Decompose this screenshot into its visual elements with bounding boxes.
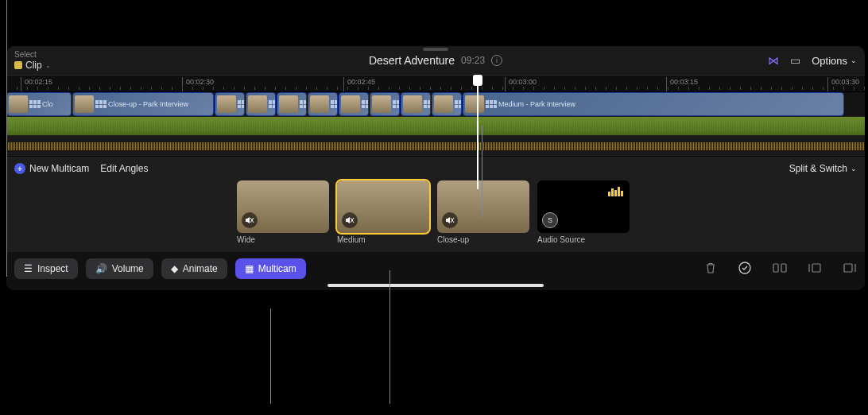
timeline-clip[interactable]: W [339, 92, 369, 116]
timeline-scrollbar[interactable] [327, 284, 544, 287]
angle-label: Wide [237, 235, 329, 244]
clip-label: Clip [25, 60, 42, 71]
plus-icon: + [14, 163, 25, 174]
clip-thumbnail [248, 95, 267, 113]
annotation-line [389, 270, 390, 404]
options-menu[interactable]: Options ⌄ [812, 55, 857, 67]
angle-label: Medium [337, 235, 429, 244]
audio-track-1[interactable] [6, 116, 865, 135]
clip-label: Medium - Park Interview [498, 100, 575, 108]
playhead-knob[interactable] [473, 75, 482, 86]
multicam-label: Multicam [258, 263, 296, 274]
ruler-tick: 00:03:30 [827, 77, 859, 92]
split-switch-menu[interactable]: Split & Switch ⌄ [789, 163, 857, 174]
video-track[interactable]: CloClose-up - Park InterviewWWWWWClWWMed… [6, 92, 865, 116]
info-icon[interactable]: i [491, 55, 502, 66]
multicam-badge-icon [95, 100, 107, 108]
angle-label: Close-up [437, 235, 529, 244]
clip-thumbnail [341, 95, 360, 113]
timeline-clip[interactable]: W [308, 92, 338, 116]
split-switch-label: Split & Switch [789, 163, 847, 174]
display-icon[interactable]: ▭ [790, 54, 800, 67]
timeline-clip[interactable]: W [246, 92, 276, 116]
keyframe-icon: ◆ [171, 263, 178, 274]
options-label: Options [812, 55, 847, 67]
sliders-icon: ☰ [24, 263, 33, 274]
select-mode-dropdown[interactable]: Clip ⌄ [14, 60, 51, 71]
multicam-panel: + New Multicam Edit Angles Split & Switc… [6, 156, 865, 252]
ruler-tick: 00:02:15 [21, 77, 52, 92]
project-duration: 09:23 [461, 55, 485, 66]
clip-label: Clo [42, 100, 53, 108]
chevron-down-icon: ⌄ [851, 165, 857, 173]
audio-track-2[interactable] [6, 135, 865, 156]
clip-color-swatch [14, 61, 22, 69]
select-mode-label: Select [14, 50, 51, 59]
multicam-badge-icon [424, 100, 431, 108]
clip-thumbnail [372, 95, 391, 113]
trim-end-icon[interactable] [843, 262, 857, 277]
new-multicam-label: New Multicam [29, 163, 89, 174]
angle-medium[interactable]: Medium [337, 180, 429, 244]
annotation-line [482, 126, 482, 218]
inspect-button[interactable]: ☰ Inspect [14, 258, 78, 279]
clip-thumbnail [465, 95, 484, 113]
multicam-badge-icon [362, 100, 369, 108]
mute-icon [442, 212, 458, 228]
multicam-button[interactable]: ▦ Multicam [235, 258, 306, 279]
edit-angles-button[interactable]: Edit Angles [100, 163, 148, 174]
timeline-tracks: CloClose-up - Park InterviewWWWWWClWWMed… [6, 92, 865, 156]
timeline-clip[interactable]: W [432, 92, 462, 116]
angle-closeup[interactable]: Close-up [437, 180, 529, 244]
clip-thumbnail [217, 95, 236, 113]
timeline-clip[interactable]: Medium - Park Interview [463, 92, 844, 116]
trim-start-icon[interactable] [808, 262, 822, 277]
multicam-icon: ▦ [245, 263, 254, 274]
bottom-toolbar: ☰ Inspect 🔊 Volume ◆ Animate ▦ Multicam [6, 252, 865, 290]
animate-button[interactable]: ◆ Animate [161, 258, 227, 279]
clip-thumbnail [9, 95, 28, 113]
speaker-icon: 🔊 [95, 263, 107, 274]
angle-wide[interactable]: Wide [237, 180, 329, 244]
editor-header: Select Clip ⌄ Desert Adventure 09:23 i ⋈… [6, 46, 865, 75]
timeline-ruler[interactable]: 00:02:15 00:02:30 00:02:45 00:03:00 00:0… [6, 75, 865, 92]
inspect-label: Inspect [37, 263, 68, 274]
snap-icon[interactable]: ⋈ [768, 54, 779, 67]
svg-rect-8 [781, 264, 786, 272]
multicam-badge-icon [455, 100, 462, 108]
angle-label: Audio Source [537, 235, 630, 244]
timeline-clip[interactable]: W [401, 92, 431, 116]
new-multicam-button[interactable]: + New Multicam [14, 163, 89, 174]
animate-label: Animate [183, 263, 218, 274]
clip-thumbnail [403, 95, 422, 113]
approve-icon[interactable] [738, 261, 752, 277]
multicam-badge-icon [393, 100, 400, 108]
split-clip-icon[interactable] [773, 262, 787, 277]
trash-icon[interactable] [704, 262, 717, 277]
timeline-clip[interactable]: W [277, 92, 307, 116]
annotation-line [270, 308, 271, 404]
angle-audio-source[interactable]: S Audio Source [537, 180, 630, 244]
svg-rect-7 [773, 264, 778, 272]
source-badge-icon: S [542, 212, 558, 228]
timeline-clip[interactable]: W [215, 92, 245, 116]
clip-thumbnail [434, 95, 453, 113]
svg-rect-9 [812, 264, 820, 272]
timeline-clip[interactable]: Clo [6, 92, 72, 116]
timeline-clip[interactable]: Cl [370, 92, 400, 116]
multicam-badge-icon [331, 100, 338, 108]
multicam-badge-icon [29, 100, 41, 108]
chevron-down-icon: ⌄ [45, 62, 51, 69]
ruler-tick: 00:02:30 [182, 77, 214, 92]
clip-thumbnail [75, 95, 94, 113]
playhead[interactable] [477, 86, 479, 189]
mute-icon [342, 212, 358, 228]
clip-thumbnail [310, 95, 329, 113]
ruler-tick: 00:03:15 [666, 77, 698, 92]
multicam-badge-icon [238, 100, 245, 108]
annotation-line [6, 0, 7, 277]
timeline-clip[interactable]: Close-up - Park Interview [72, 92, 214, 116]
multicam-badge-icon [486, 100, 497, 108]
multicam-badge-icon [269, 100, 276, 108]
volume-button[interactable]: 🔊 Volume [86, 258, 153, 279]
